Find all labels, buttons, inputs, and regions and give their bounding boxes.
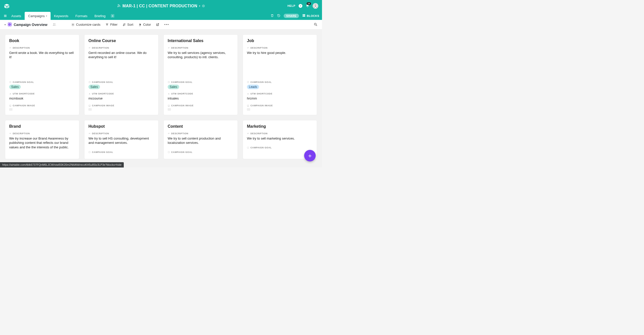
record-card[interactable]: Hubspot DESCRIPTION We try to sell HS co… (84, 120, 158, 159)
search-button[interactable] (314, 22, 317, 27)
image-thumb (9, 108, 13, 111)
view-toolbar: ▾ Campaign Overview Customize cards Filt… (0, 20, 322, 29)
svg-point-19 (53, 23, 54, 24)
record-card[interactable]: Brand DESCRIPTION We try increase our Br… (5, 120, 79, 159)
add-table-button[interactable]: + (111, 14, 114, 18)
tab-assets[interactable]: Assets (8, 12, 25, 20)
share-button[interactable]: SHARE (284, 14, 299, 18)
tab-label: Formats (75, 14, 88, 18)
card-title: Job (247, 39, 313, 43)
gallery-view-icon (8, 22, 12, 27)
field-label-goal: CAMPAIGN GOAL (247, 146, 313, 149)
utm-value: mcmbook (9, 96, 75, 100)
card-title: International Sales (168, 39, 234, 43)
svg-rect-18 (10, 24, 11, 26)
share-view-button[interactable] (156, 23, 159, 26)
tab-formats[interactable]: Formats (72, 12, 91, 20)
add-record-fab[interactable]: + (304, 150, 316, 161)
tab-label: Briefing (95, 14, 106, 18)
field-label-description: DESCRIPTION (168, 47, 234, 49)
gallery-grid: Book DESCRIPTION Gerrit wrote a book. We… (0, 29, 322, 168)
svg-point-25 (314, 23, 316, 25)
collaborators-icon[interactable] (52, 22, 56, 27)
menu-icon[interactable] (3, 14, 8, 18)
blocks-icon (302, 14, 306, 18)
app-header: MAR-1 | CC | CONTENT PRODUCTION ▾ i HELP… (0, 0, 322, 12)
field-label-description: DESCRIPTION (89, 132, 154, 135)
field-label-description: DESCRIPTION (9, 47, 75, 49)
card-title: Hubspot (89, 124, 154, 129)
filter-button[interactable]: Filter (105, 23, 117, 27)
description-text: We try to hire good people. (247, 51, 313, 68)
svg-rect-17 (8, 24, 10, 26)
svg-rect-11 (303, 14, 304, 15)
field-label-description: DESCRIPTION (247, 47, 313, 49)
tab-label: Keywords (54, 14, 68, 18)
field-label-image: CAMPAIGN IMAGE (9, 104, 75, 107)
card-title: Brand (9, 124, 75, 129)
goal-pill: Leads (247, 85, 259, 89)
base-dropdown-caret[interactable]: ▾ (199, 5, 200, 8)
utm-value: mccourse (89, 96, 154, 100)
description-text: We try to sell content production and lo… (168, 136, 234, 145)
app-logo[interactable] (4, 3, 10, 9)
tab-briefing[interactable]: Briefing (91, 12, 109, 20)
field-label-goal: CAMPAIGN GOAL (247, 81, 313, 84)
table-tabs: Assets Campaigns▾ Keywords Formats Brief… (0, 12, 322, 20)
svg-rect-12 (304, 14, 305, 15)
trash-icon[interactable] (271, 14, 274, 18)
field-label-description: DESCRIPTION (168, 132, 234, 135)
help-link[interactable]: HELP (288, 4, 295, 8)
tool-label: Sort (127, 23, 133, 27)
tab-label: Assets (11, 14, 21, 18)
user-avatar[interactable] (313, 3, 318, 9)
svg-rect-13 (303, 16, 304, 17)
goal-pill: Sales (9, 85, 21, 89)
card-title: Online Course (89, 39, 154, 43)
view-name: Campaign Overview (14, 23, 48, 27)
field-label-image: CAMPAIGN IMAGE (168, 104, 234, 107)
field-label-image: CAMPAIGN IMAGE (89, 104, 154, 107)
field-label-utm: UTM SHORTCODE (89, 92, 154, 95)
field-label-utm: UTM SHORTCODE (168, 92, 234, 95)
description-text: We try to sell HS consulting, developmen… (89, 136, 154, 145)
utm-value: hrcmm (247, 96, 313, 100)
notifications-button[interactable]: 15 (306, 4, 309, 8)
field-label-description: DESCRIPTION (9, 132, 75, 135)
color-button[interactable]: Color (138, 23, 151, 27)
field-label-description: DESCRIPTION (247, 132, 313, 135)
customize-cards-button[interactable]: Customize cards (71, 23, 100, 27)
goal-pill: Sales (89, 85, 100, 89)
record-card[interactable]: Job DESCRIPTION We try to hire good peop… (243, 35, 317, 115)
view-switcher[interactable]: ▾ Campaign Overview (5, 22, 47, 27)
history-icon[interactable] (277, 14, 280, 18)
tab-keywords[interactable]: Keywords (51, 12, 72, 20)
tool-label: Color (143, 23, 151, 27)
field-label-description: DESCRIPTION (89, 47, 154, 49)
description-text: Gerrit wrote a book. We do everything to… (9, 51, 75, 68)
blocks-label: BLOCKS (307, 14, 319, 18)
svg-point-3 (118, 7, 118, 7)
notification-count-badge: 15 (307, 2, 311, 5)
image-thumb (168, 108, 171, 111)
help-icon[interactable]: ? (299, 4, 302, 8)
description-text: We try to sell services (agency services… (168, 51, 234, 68)
info-icon[interactable]: i (202, 5, 205, 7)
tab-campaigns[interactable]: Campaigns▾ (25, 12, 51, 20)
svg-line-26 (316, 25, 317, 26)
chevron-down-icon: ▾ (5, 23, 6, 26)
record-card[interactable]: Book DESCRIPTION Gerrit wrote a book. We… (5, 35, 79, 115)
more-options-button[interactable]: ••• (164, 23, 169, 27)
card-title: Content (168, 124, 234, 129)
record-card[interactable]: International Sales DESCRIPTION We try t… (164, 35, 238, 115)
blocks-button[interactable]: BLOCKS (302, 14, 319, 18)
base-title[interactable]: MAR-1 | CC | CONTENT PRODUCTION (123, 4, 197, 8)
sort-button[interactable]: Sort (123, 23, 133, 27)
record-card[interactable]: Online Course DESCRIPTION Gerrit recorde… (84, 35, 158, 115)
record-card[interactable]: Content DESCRIPTION We try to sell conte… (164, 120, 238, 159)
field-label-goal: CAMPAIGN GOAL (168, 81, 234, 84)
description-text: We try increase our Brand Awareness by p… (9, 136, 75, 150)
field-label-goal: CAMPAIGN GOAL (168, 151, 234, 154)
field-label-utm: UTM SHORTCODE (247, 92, 313, 95)
image-thumb (247, 108, 250, 111)
